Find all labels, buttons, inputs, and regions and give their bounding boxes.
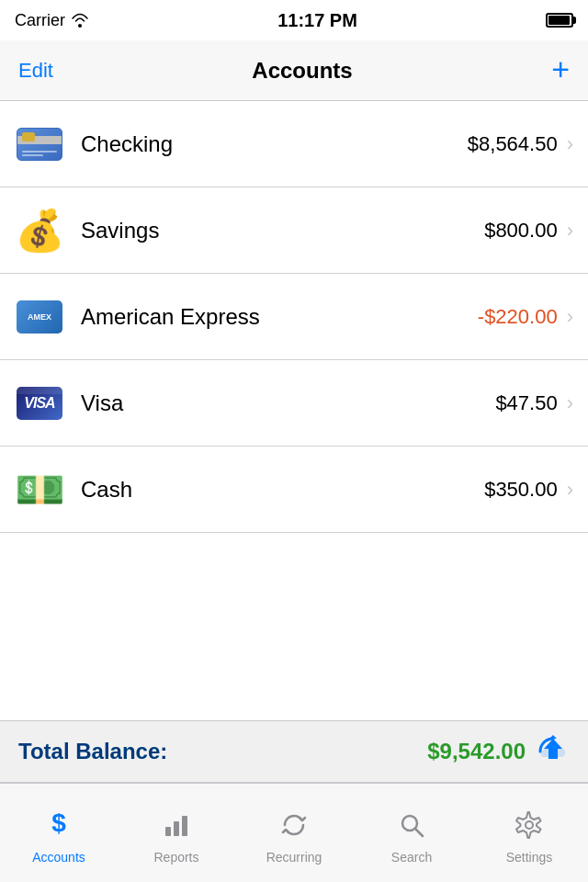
- account-item-visa[interactable]: VISA Visa $47.50 ›: [0, 360, 588, 447]
- chevron-icon-savings: ›: [567, 219, 573, 243]
- settings-tab-label: Settings: [506, 850, 553, 865]
- account-balance-cash: $350.00: [484, 478, 558, 502]
- wifi-icon: [71, 13, 89, 28]
- tab-reports[interactable]: Reports: [118, 784, 235, 882]
- chevron-icon-visa: ›: [567, 391, 573, 415]
- tab-bar: $ Accounts Reports Recurring: [0, 783, 588, 882]
- account-balance-visa: $47.50: [495, 391, 557, 415]
- checking-icon: [15, 119, 64, 169]
- tab-settings[interactable]: Settings: [470, 784, 588, 882]
- account-name-amex: American Express: [81, 304, 478, 330]
- svg-rect-1: [165, 827, 171, 836]
- navigation-bar: Edit Accounts +: [0, 40, 588, 101]
- tab-accounts[interactable]: $ Accounts: [0, 784, 118, 882]
- carrier-info: Carrier: [15, 11, 89, 30]
- svg-line-5: [415, 829, 423, 836]
- search-tab-label: Search: [391, 850, 432, 865]
- recurring-tab-label: Recurring: [266, 850, 322, 865]
- account-item-amex[interactable]: AMEX American Express -$220.00 ›: [0, 274, 588, 360]
- chevron-icon-cash: ›: [567, 478, 573, 502]
- total-balance-amount: $9,542.00: [427, 739, 526, 764]
- reports-tab-icon: [162, 810, 191, 846]
- amex-icon: AMEX: [15, 292, 64, 342]
- cash-icon: 💵: [15, 465, 64, 514]
- battery-icon: [546, 13, 573, 28]
- svg-point-6: [526, 821, 533, 829]
- status-time: 11:17 PM: [277, 10, 357, 31]
- account-name-visa: Visa: [81, 390, 495, 416]
- add-account-button[interactable]: +: [551, 53, 570, 85]
- reports-tab-label: Reports: [153, 850, 198, 865]
- account-name-savings: Savings: [81, 218, 484, 243]
- account-balance-amex: -$220.00: [478, 305, 558, 329]
- accounts-tab-label: Accounts: [32, 850, 85, 865]
- battery-area: [546, 13, 573, 28]
- status-bar: Carrier 11:17 PM: [0, 0, 588, 40]
- svg-rect-2: [174, 821, 179, 836]
- accounts-list: Checking $8,564.50 › 💰 Savings $800.00 ›…: [0, 101, 588, 533]
- recurring-tab-icon: [279, 810, 309, 846]
- savings-icon: 💰: [15, 206, 64, 255]
- tab-search[interactable]: Search: [353, 784, 470, 882]
- share-icon[interactable]: [537, 735, 570, 769]
- accounts-tab-icon: $: [44, 810, 74, 846]
- account-name-cash: Cash: [81, 477, 484, 503]
- svg-text:$: $: [51, 810, 66, 837]
- search-tab-icon: [397, 810, 426, 846]
- account-balance-checking: $8,564.50: [468, 132, 558, 156]
- chevron-icon-amex: ›: [567, 305, 573, 329]
- settings-tab-icon: [514, 810, 544, 846]
- account-name-checking: Checking: [81, 131, 468, 157]
- total-balance-label: Total Balance:: [18, 739, 427, 764]
- carrier-label: Carrier: [15, 11, 65, 30]
- account-item-cash[interactable]: 💵 Cash $350.00 ›: [0, 447, 588, 533]
- content-area: Checking $8,564.50 › 💰 Savings $800.00 ›…: [0, 101, 588, 783]
- visa-icon: VISA: [15, 379, 64, 428]
- total-balance-bar: Total Balance: $9,542.00: [0, 720, 588, 783]
- edit-button[interactable]: Edit: [18, 59, 53, 83]
- svg-rect-3: [182, 816, 187, 836]
- account-balance-savings: $800.00: [484, 219, 558, 243]
- tab-recurring[interactable]: Recurring: [235, 784, 353, 882]
- chevron-icon-checking: ›: [567, 132, 573, 156]
- page-title: Accounts: [252, 58, 352, 84]
- account-item-checking[interactable]: Checking $8,564.50 ›: [0, 101, 588, 187]
- account-item-savings[interactable]: 💰 Savings $800.00 ›: [0, 187, 588, 274]
